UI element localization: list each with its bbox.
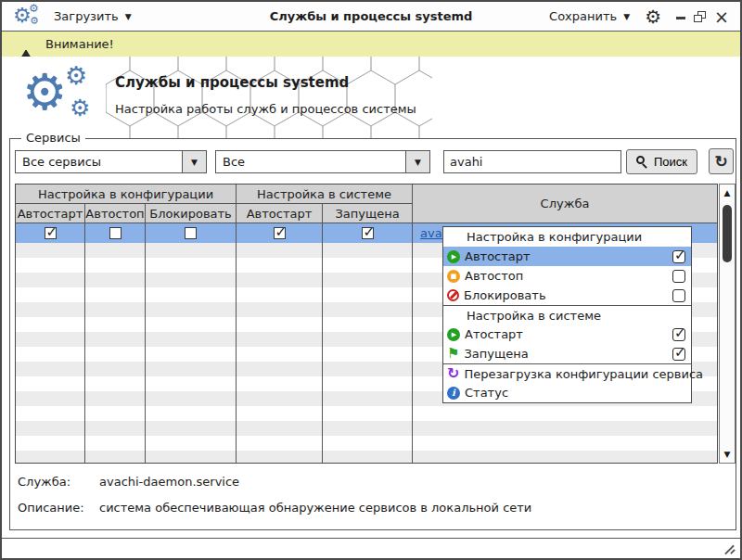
column-header-config-block: Блокировать: [146, 204, 237, 223]
column-header-config-autostop: Автостоп: [85, 204, 146, 223]
menu-checkbox[interactable]: [672, 289, 685, 302]
scroll-up-icon[interactable]: ▲: [720, 185, 735, 201]
system-running-checkbox[interactable]: [362, 227, 374, 239]
app-window: ⚙ ⚙ ⚙ Загрузить ▼ Службы и процессы syst…: [0, 0, 742, 560]
info-icon: [447, 387, 460, 400]
status-bar: [2, 538, 740, 558]
scroll-down-icon[interactable]: ▼: [720, 446, 735, 463]
search-input[interactable]: [443, 150, 621, 173]
save-menu-button[interactable]: Сохранить ▼: [549, 9, 630, 23]
service-filter-value: Все сервисы: [16, 155, 182, 169]
menu-checkbox[interactable]: [672, 270, 685, 283]
state-filter-value: Все: [216, 155, 405, 169]
warning-triangle-icon: !: [15, 35, 37, 54]
column-header-service: Служба: [413, 185, 717, 223]
menu-item-config-autostop[interactable]: Автостоп: [443, 266, 691, 286]
maximize-button[interactable]: [694, 11, 706, 22]
settings-gear-icon[interactable]: ⚙: [645, 7, 661, 26]
service-detail-row: Служба: avachi-daemon.service: [18, 475, 239, 489]
stop-icon: [447, 270, 460, 283]
banner-subtitle: Настройка работы служб и процессов систе…: [115, 102, 416, 116]
config-autostop-checkbox[interactable]: [109, 227, 122, 239]
refresh-icon: ↻: [714, 154, 727, 170]
description-detail-label: Описание:: [18, 501, 99, 515]
close-button[interactable]: ×: [714, 11, 729, 22]
menu-item-config-block[interactable]: Блокировать: [443, 286, 691, 305]
warning-text: Внимание!: [45, 37, 114, 51]
description-detail-value: система обеспечивающая обнаружение серви…: [99, 501, 531, 515]
menu-checkbox[interactable]: [672, 348, 685, 361]
app-logo-gears: ⚙ ⚙ ⚙: [22, 66, 108, 129]
scrollbar-thumb[interactable]: [723, 205, 732, 262]
group-header-config: Настройка в конфигурации: [16, 185, 237, 204]
save-menu-label: Сохранить: [549, 9, 617, 23]
description-detail-row: Описание: система обеспечивающая обнаруж…: [18, 501, 531, 515]
group-header-system: Настройка в системе: [237, 185, 413, 204]
menu-section-config: Настройка в конфигурации: [443, 227, 691, 247]
play-icon: [447, 328, 460, 341]
hexagon-pattern: [106, 57, 432, 138]
vertical-scrollbar[interactable]: ▲ ▼: [719, 184, 736, 464]
column-header-system-autostart: Автостарт: [237, 204, 323, 223]
menu-checkbox[interactable]: [672, 250, 685, 263]
banner-title: Службы и процессы systemd: [115, 74, 349, 91]
menu-checkbox[interactable]: [672, 328, 685, 341]
resize-grip[interactable]: [723, 542, 736, 555]
service-detail-value: avachi-daemon.service: [99, 475, 239, 489]
table-header: Настройка в конфигурации Настройка в сис…: [16, 185, 717, 223]
search-button-label: Поиск: [654, 155, 687, 169]
menu-section-system: Настройка в системе: [443, 305, 691, 325]
menu-item-reload-config[interactable]: ↻ Перезагрузка конфигурации сервиса: [443, 363, 691, 383]
chevron-down-icon: ▼: [623, 12, 630, 21]
flag-icon: ⚑: [447, 347, 459, 361]
config-autostart-checkbox[interactable]: [45, 227, 57, 239]
services-legend: Сервисы: [21, 131, 85, 145]
play-icon: [447, 250, 460, 263]
banner: ⚙ ⚙ ⚙ Службы и процессы systemd Настройк…: [2, 57, 740, 138]
service-filter-dropdown[interactable]: Все сервисы ▼: [15, 150, 207, 173]
refresh-icon: ↻: [447, 366, 459, 381]
menu-item-status[interactable]: Статус: [443, 383, 691, 402]
config-block-checkbox[interactable]: [185, 227, 197, 239]
menu-item-config-autostart[interactable]: Автостарт: [443, 247, 691, 266]
state-filter-dropdown[interactable]: Все ▼: [215, 150, 430, 173]
system-autostart-checkbox[interactable]: [274, 227, 286, 239]
column-header-config-autostart: Автостарт: [16, 204, 85, 223]
dropdown-arrow-icon[interactable]: ▼: [405, 151, 429, 172]
search-icon: [636, 156, 648, 168]
service-detail-label: Служба:: [18, 475, 99, 489]
menu-item-system-autostart[interactable]: Атостарт: [443, 325, 691, 344]
column-header-system-running: Запущена: [323, 204, 413, 223]
dropdown-arrow-icon[interactable]: ▼: [182, 151, 206, 172]
search-button[interactable]: Поиск: [626, 149, 697, 174]
warning-bar: ! Внимание!: [2, 32, 740, 57]
menu-item-system-running[interactable]: ⚑ Запущена: [443, 344, 691, 363]
refresh-button[interactable]: ↻: [709, 148, 734, 174]
context-menu: Настройка в конфигурации Автостарт Автос…: [442, 226, 692, 403]
minimize-button[interactable]: [676, 17, 685, 19]
title-bar: ⚙ ⚙ ⚙ Загрузить ▼ Службы и процессы syst…: [2, 2, 740, 32]
block-icon: [447, 289, 459, 301]
